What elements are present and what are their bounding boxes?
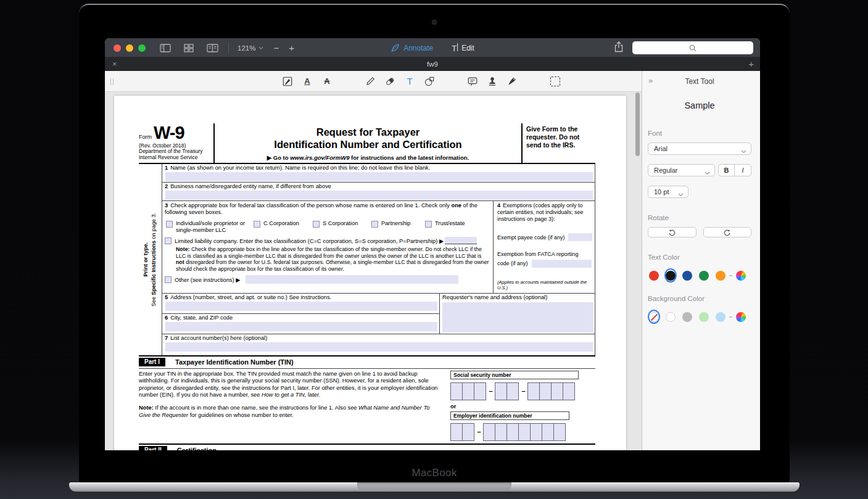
rotate-left-button[interactable]	[648, 227, 696, 237]
part2-badge: Part II	[139, 446, 167, 450]
zoom-level-value: 121%	[238, 44, 255, 52]
macbook-screen: 121% − + Annotate T Edit	[79, 4, 790, 482]
lid-opening-notch	[357, 482, 511, 492]
font-size-select[interactable]: 10 pt	[648, 186, 688, 198]
no-color-icon	[649, 312, 659, 322]
close-window-button[interactable]	[114, 44, 121, 52]
share-icon[interactable]	[614, 41, 624, 55]
zoom-in-button[interactable]: +	[289, 43, 294, 52]
font-family-select[interactable]: Arial	[648, 142, 751, 155]
exempt-payee-code-field[interactable]	[568, 233, 592, 241]
text-color-label: Text Color	[648, 254, 751, 261]
bg-color-none[interactable]	[648, 310, 660, 324]
background-color-label: Background Color	[648, 295, 751, 302]
shapes-icon[interactable]	[422, 74, 437, 89]
text-color-custom-picker[interactable]	[735, 268, 747, 282]
stamp-icon[interactable]	[485, 74, 500, 89]
text-color-blue[interactable]	[681, 268, 693, 282]
bg-color-white[interactable]	[664, 310, 677, 324]
ein-label: Employer identification number	[450, 411, 569, 420]
pdf-app-window: 121% − + Annotate T Edit	[105, 38, 760, 450]
w9-form-page[interactable]: FormW-9 (Rev. October 2018) Department o…	[114, 96, 626, 450]
llc-note: Note: Check the appropriate box in the l…	[176, 246, 490, 272]
text-tool-icon[interactable]: T	[402, 74, 417, 89]
business-name-input-field[interactable]	[165, 191, 593, 200]
checkbox-c-corporation[interactable]	[254, 221, 260, 228]
city-input-field[interactable]	[165, 322, 437, 331]
checkbox-llc[interactable]	[165, 237, 172, 244]
vertical-scrollbar[interactable]	[635, 93, 640, 156]
tab-close-icon[interactable]: ×	[112, 59, 117, 68]
pencil-icon[interactable]	[363, 74, 378, 89]
chevron-down-icon	[258, 46, 263, 50]
requester-input-field[interactable]	[442, 302, 593, 332]
fatca-code-field[interactable]	[532, 260, 592, 268]
tab-annotate[interactable]: Annotate	[391, 43, 433, 52]
edit-label: Edit	[461, 44, 474, 52]
eraser-icon[interactable]	[382, 74, 397, 89]
bg-color-light-blue[interactable]	[714, 310, 727, 324]
text-color-swatches	[648, 268, 751, 282]
search-input[interactable]	[632, 41, 753, 54]
strikethrough-icon[interactable]: A	[320, 74, 334, 89]
applies-note: (Applies to accounts maintained outside …	[497, 279, 592, 291]
swatch-separator	[729, 275, 732, 276]
thumbnails-view-icon[interactable]	[181, 41, 196, 56]
text-color-green[interactable]	[698, 268, 710, 282]
collapse-panel-icon[interactable]: »	[648, 76, 653, 85]
bold-button[interactable]: B	[719, 165, 735, 176]
checkbox-s-corporation[interactable]	[313, 221, 320, 228]
sidebar-toggle-icon[interactable]	[158, 41, 173, 56]
address-input-field[interactable]	[165, 302, 437, 311]
bg-color-light-green[interactable]	[698, 310, 710, 324]
checkbox-trust-estate[interactable]	[425, 221, 432, 228]
note-comment-icon[interactable]	[465, 74, 480, 89]
bg-color-gray[interactable]	[681, 310, 693, 324]
highlight-text-icon[interactable]	[280, 74, 295, 89]
ein-digit-boxes[interactable]: –	[450, 423, 595, 441]
fullscreen-window-button[interactable]	[138, 44, 146, 52]
zoom-out-button[interactable]: −	[273, 43, 279, 52]
bg-color-custom-picker[interactable]	[735, 310, 747, 324]
italic-button[interactable]: I	[735, 165, 751, 176]
text-color-red[interactable]	[648, 268, 660, 282]
signature-pen-icon[interactable]	[505, 74, 519, 89]
search-icon	[688, 44, 697, 52]
macbook-brand-label: MacBook	[79, 467, 790, 479]
ssn-digit-boxes[interactable]: – –	[450, 382, 595, 400]
part2-header: Part II Certification	[139, 443, 595, 450]
color-wheel-icon	[736, 271, 746, 281]
quill-pen-icon	[391, 43, 400, 52]
select-region-icon[interactable]	[548, 74, 563, 89]
document-tab[interactable]: fw9	[105, 57, 760, 71]
checkbox-individual[interactable]	[166, 221, 173, 228]
new-tab-button[interactable]: +	[748, 59, 754, 70]
webcam-icon	[432, 20, 437, 25]
two-page-view-icon[interactable]	[205, 41, 220, 56]
checkbox-partnership[interactable]	[371, 221, 378, 228]
llc-classification-field[interactable]	[445, 237, 477, 244]
form-service: Internal Revenue Service	[139, 155, 211, 161]
background-color-swatches	[648, 310, 751, 324]
text-color-black[interactable]	[664, 268, 677, 282]
zoom-level-dropdown[interactable]: 121%	[238, 44, 263, 52]
text-color-orange[interactable]	[714, 268, 727, 282]
part1-header: Part I Taxpayer Identification Number (T…	[139, 357, 595, 369]
name-input-field[interactable]	[165, 172, 593, 181]
font-style-select[interactable]: Regular	[648, 164, 715, 176]
other-input-field[interactable]	[246, 275, 458, 284]
form-word: Form	[139, 134, 152, 140]
underline-icon[interactable]: A	[300, 74, 315, 89]
color-wheel-icon	[736, 312, 746, 322]
text-edit-icon: T	[452, 43, 458, 53]
toolbar-drag-handle[interactable]	[110, 78, 114, 85]
checkbox-other[interactable]	[165, 276, 172, 283]
document-area: FormW-9 (Rev. October 2018) Department o…	[105, 92, 642, 450]
minimize-window-button[interactable]	[126, 44, 133, 52]
tab-edit[interactable]: T Edit	[452, 43, 474, 53]
account-numbers-input-field[interactable]	[165, 342, 593, 352]
chevron-down-icon	[678, 191, 684, 198]
form-header: FormW-9 (Rev. October 2018) Department o…	[139, 123, 595, 164]
rotate-right-button[interactable]	[703, 227, 752, 237]
annotation-toolbar: A A T	[105, 71, 642, 92]
